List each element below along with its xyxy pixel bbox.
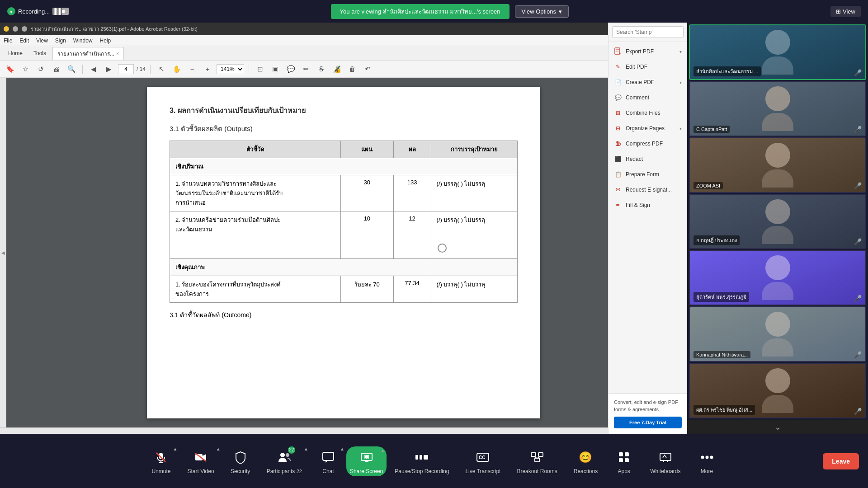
organize-label: Organize Pages (626, 125, 665, 131)
create-pdf-tool[interactable]: 📄 Create PDF ▾ (609, 75, 687, 90)
more-button[interactable]: More (689, 445, 725, 478)
start-video-button[interactable]: Start Video ▲ (179, 445, 222, 478)
highlight-tool[interactable]: ✏ (300, 63, 312, 75)
stamp-search-input[interactable] (612, 26, 684, 38)
head-6 (765, 312, 790, 337)
trial-button[interactable]: Free 7-Day Trial (614, 417, 682, 428)
pdf-page[interactable]: 3. ผลการดำเนินงานเปรียบเทียบกับเป้าหมาย … (6, 78, 681, 427)
avatar-7 (762, 368, 793, 413)
bookmark-tool[interactable]: 🔖 (4, 63, 16, 75)
delete-tool[interactable]: 🗑 (346, 63, 359, 75)
export-pdf-tool[interactable]: Export PDF ▾ (609, 44, 687, 59)
view-options-button[interactable]: View Options ▾ (515, 5, 569, 18)
head-2 (765, 86, 790, 111)
compress-pdf-tool[interactable]: 🗜 Compress PDF (609, 136, 687, 151)
shield-icon (231, 448, 250, 466)
hand-tool[interactable]: ✋ (170, 63, 183, 75)
avatar-4 (762, 199, 793, 244)
close-window-button[interactable] (22, 26, 27, 32)
recording-indicator: ● Recording... ▐▐ ■ (7, 7, 69, 15)
recording-controls[interactable]: ▐▐ ■ (52, 8, 69, 15)
participant-count-badge: 22 (288, 446, 295, 454)
whiteboards-button[interactable]: Whiteboards (642, 445, 689, 478)
menu-help[interactable]: Help (100, 38, 111, 44)
menu-edit[interactable]: Edit (19, 38, 29, 44)
pause-recording-btn[interactable]: ▐▐ (52, 8, 60, 15)
comment-tool[interactable]: 💬 (284, 63, 297, 75)
tab-document[interactable]: รายงานการดำเนินการ... × (52, 47, 124, 60)
comment-tool-item[interactable]: 💬 Comment (609, 90, 687, 105)
fit-page-tool[interactable]: ⊡ (254, 63, 266, 75)
organize-pages-tool[interactable]: ⊟ Organize Pages ▾ (609, 121, 687, 136)
strikethrough-tool[interactable]: S̶ (315, 63, 328, 75)
fill-sign-tool[interactable]: ✒ Fill & Sign (609, 197, 687, 213)
annotation-dot[interactable] (438, 244, 447, 253)
edit-pdf-tool[interactable]: ✎ Edit PDF (609, 59, 687, 75)
tab-document-label: รายงานการดำเนินการ... (57, 49, 114, 58)
transcript-button[interactable]: CC Live Transcript (457, 445, 509, 478)
combine-files-tool[interactable]: ⊞ Combine Files (609, 105, 687, 121)
menu-window[interactable]: Window (73, 38, 93, 44)
undo-tool[interactable]: ↶ (361, 63, 374, 75)
plan-2: 10 (340, 211, 393, 259)
prepare-form-tool[interactable]: 📋 Prepare Form (609, 167, 687, 182)
scroll-down-button[interactable]: ⌄ (687, 420, 868, 434)
security-button[interactable]: Security (222, 445, 259, 478)
svg-point-13 (365, 455, 368, 459)
participant-mic-5: 🎤 (854, 295, 862, 302)
body-4 (762, 226, 793, 244)
plan-1: 30 (340, 175, 393, 211)
page-number-input[interactable]: 4 (118, 64, 134, 74)
pdf-sidebar-collapse[interactable]: ◀ (0, 78, 6, 427)
svg-rect-9 (323, 452, 334, 460)
achievement-3: (/) บรรลุ( ) ไม่บรรลุ (431, 276, 517, 303)
svg-rect-25 (625, 452, 629, 456)
fill-sign-icon: ✒ (614, 201, 622, 209)
zoom-selector[interactable]: 141% (217, 64, 244, 74)
pdf-scrollbar-horizontal[interactable] (0, 427, 687, 434)
apps-button[interactable]: Apps (606, 445, 642, 478)
recording-controls-button[interactable]: Pause/Stop Recording (387, 445, 457, 478)
minimize-button[interactable] (4, 26, 9, 32)
zoom-out-tool[interactable]: − (186, 63, 198, 75)
cursor-tool[interactable]: ↖ (155, 63, 168, 75)
redact-tool[interactable]: ⬛ Redact (609, 151, 687, 167)
breakout-button[interactable]: Breakout Rooms (509, 445, 565, 478)
view-button[interactable]: ⊞ View (830, 6, 861, 17)
share-screen-button[interactable]: Share Screen ▲ (346, 446, 387, 476)
prev-page-btn[interactable]: ◀ (87, 63, 100, 75)
adobe-titlebar: รายงานสำนักเณินการ.../อาขวา 2563(1).pdf … (0, 23, 687, 35)
head-1 (765, 30, 790, 55)
promo-text: Convert, edit and e-sign PDF forms & agr… (614, 399, 682, 413)
stop-recording-btn[interactable]: ■ (61, 8, 69, 15)
export-pdf-label: Export PDF (626, 48, 654, 55)
zoom-in-tool[interactable]: + (201, 63, 214, 75)
pdf-viewer: รายงานสำนักเณินการ.../อาขวา 2563(1).pdf … (0, 23, 687, 434)
print-tool[interactable]: 🖨 (50, 63, 62, 75)
stamp-tool[interactable]: 🔏 (330, 63, 343, 75)
menu-view[interactable]: View (36, 38, 48, 44)
svg-point-33 (701, 455, 704, 459)
star-tool[interactable]: ☆ (19, 63, 32, 75)
next-page-btn[interactable]: ▶ (103, 63, 115, 75)
recording-dot: ● (7, 7, 15, 15)
tab-home[interactable]: Home (4, 48, 27, 58)
maximize-button[interactable] (13, 26, 18, 32)
select-tool[interactable]: ▣ (269, 63, 282, 75)
leave-button[interactable]: Leave (823, 453, 859, 469)
find-tool[interactable]: 🔍 (65, 63, 78, 75)
reactions-button[interactable]: 😊 Reactions (566, 445, 606, 478)
tab-close-button[interactable]: × (116, 51, 119, 56)
participants-button[interactable]: 22 Participants 22 ▲ (259, 445, 310, 478)
fill-sign-label: Fill & Sign (626, 202, 650, 208)
tab-tools[interactable]: Tools (29, 48, 51, 58)
titlebar-buttons[interactable] (4, 26, 27, 32)
menu-file[interactable]: File (4, 38, 12, 44)
chat-button[interactable]: Chat ▲ (310, 445, 346, 478)
menu-sign[interactable]: Sign (55, 38, 66, 44)
unmute-button[interactable]: Unmute ▲ (143, 445, 179, 478)
zoom-participants-panel: สำนักศิลปะและวัฒนธรรม ... 🎤 C CaptainPat… (687, 23, 868, 434)
rotate-left-tool[interactable]: ↺ (34, 63, 47, 75)
esign-tool[interactable]: ✉ Request E-signat... (609, 182, 687, 197)
indicator-3: 1. ร้อยละของโครงการที่บรรลุวัตถุประสงค์ข… (170, 276, 341, 303)
